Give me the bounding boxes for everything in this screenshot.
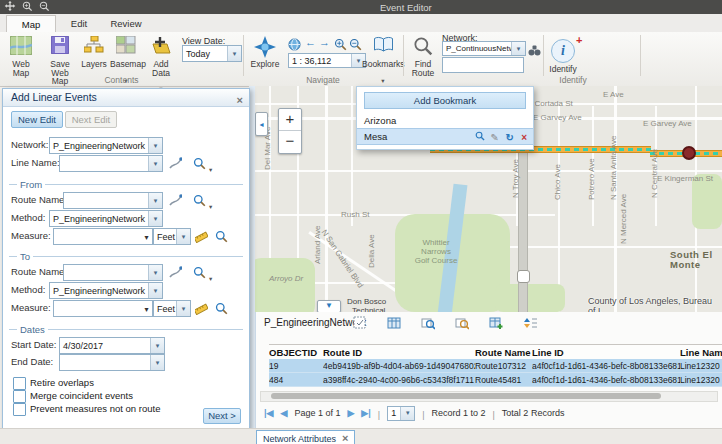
page-select[interactable]: 1 — [387, 406, 415, 421]
table-row[interactable]: 484 a398ff4c-2940-4c00-96b6-c5343f8f1711… — [269, 373, 722, 387]
dropdown-arrow-icon[interactable] — [148, 156, 162, 171]
zoom-to-measure-icon[interactable] — [215, 229, 228, 247]
dropdown-arrow-icon[interactable] — [148, 138, 162, 153]
from-route-name-select[interactable] — [63, 192, 163, 209]
add-identify-icon[interactable]: + — [576, 34, 582, 46]
line-name-select[interactable] — [59, 155, 163, 172]
to-measure-combo[interactable] — [53, 300, 153, 317]
zoom-to-route-icon[interactable] — [193, 265, 206, 283]
column-header[interactable]: Line Name — [680, 347, 722, 358]
dropdown-arrow-icon[interactable] — [176, 301, 190, 316]
next-page-icon[interactable]: ▶ — [347, 408, 354, 418]
attribute-table-icon[interactable] — [387, 316, 401, 334]
dropdown-arrow-icon[interactable] — [148, 265, 162, 280]
view-date-select[interactable]: Today — [182, 45, 242, 62]
measure-on-map-icon[interactable] — [195, 301, 208, 319]
poi-label: Golf Course — [405, 256, 467, 265]
zoom-to-selection-icon[interactable] — [421, 316, 435, 334]
to-method-select[interactable]: P_EngineeringNetwork — [49, 282, 163, 299]
collapse-table-button[interactable]: ▼ — [317, 300, 341, 312]
from-measure-unit-select[interactable]: Feet — [153, 228, 191, 245]
add-bookmark-button[interactable]: Add Bookmark — [364, 92, 526, 109]
new-edit-button[interactable]: New Edit — [11, 111, 63, 128]
next-edit-button[interactable]: Next Edit — [65, 111, 117, 128]
dropdown-arrow-icon[interactable] — [148, 193, 162, 208]
delete-bookmark-icon[interactable]: × — [521, 130, 527, 145]
dropdown-arrow-icon[interactable] — [176, 229, 190, 244]
bookmark-item-mesa[interactable]: Mesa ✎ ↻ × — [357, 128, 533, 145]
pick-line-on-map-icon[interactable] — [169, 156, 182, 174]
layers-button[interactable]: Layers — [80, 36, 108, 69]
pick-route-on-map-icon[interactable] — [169, 193, 182, 211]
chevron-down-icon[interactable] — [209, 267, 212, 285]
prevent-measures-checkbox[interactable] — [13, 403, 26, 416]
dropdown-arrow-icon[interactable] — [150, 338, 164, 353]
last-page-icon[interactable]: ▶| — [361, 408, 370, 418]
dropdown-arrow-icon[interactable] — [141, 232, 152, 242]
explore-button[interactable]: Explore — [247, 36, 283, 69]
network-attributes-tab[interactable]: Network Attributes — [256, 430, 355, 444]
previous-page-icon[interactable]: ◀ — [280, 408, 287, 418]
find-route-network-select[interactable]: P_ContinuousNetwork — [442, 41, 526, 56]
map-zoom-in-button[interactable]: + — [279, 109, 301, 131]
from-measure-combo[interactable] — [53, 228, 153, 245]
dropdown-arrow-icon[interactable] — [227, 46, 241, 61]
from-method-select[interactable]: P_EngineeringNetwork — [49, 210, 163, 227]
table-row[interactable]: 19 4eb9419b-af9b-4d04-ab69-1d490476802b … — [269, 359, 722, 373]
next-button[interactable]: Next > — [203, 408, 241, 424]
column-header[interactable]: Route ID — [323, 347, 475, 358]
collapse-panel-left-button[interactable]: ◂ — [255, 112, 268, 136]
column-header[interactable]: Line ID — [532, 347, 680, 358]
binoculars-icon[interactable] — [528, 42, 541, 60]
end-date-select[interactable] — [59, 354, 165, 371]
table-layer-tab[interactable]: P_EngineeringNetwork — [264, 317, 366, 328]
tab-review[interactable]: Review — [102, 15, 150, 32]
start-date-select[interactable]: 4/30/2017 — [59, 337, 165, 354]
zoom-to-measure-icon[interactable] — [215, 301, 228, 319]
network-select[interactable]: P_EngineeringNetwork — [49, 137, 163, 154]
find-route-button[interactable]: Find Route — [407, 36, 439, 77]
chevron-down-icon[interactable] — [209, 158, 212, 176]
to-route-name-select[interactable] — [63, 264, 163, 281]
pick-route-on-map-icon[interactable] — [169, 265, 182, 283]
merge-coincident-checkbox[interactable] — [13, 390, 26, 403]
find-route-value-input[interactable] — [442, 57, 524, 73]
column-header[interactable]: Route Name — [475, 347, 532, 358]
to-measure-unit-select[interactable]: Feet — [153, 300, 191, 317]
next-extent-icon[interactable]: → — [319, 36, 330, 49]
tab-edit[interactable]: Edit — [58, 15, 100, 32]
pan-to-selection-icon[interactable] — [455, 316, 469, 334]
measure-on-map-icon[interactable] — [195, 229, 208, 247]
route-point-marker[interactable] — [682, 146, 696, 160]
close-tab-icon[interactable] — [342, 431, 348, 444]
add-to-attribute-set-icon[interactable] — [489, 316, 503, 334]
dropdown-arrow-icon[interactable] — [511, 42, 525, 55]
add-data-button[interactable]: Add Data — [144, 36, 178, 95]
edit-bookmark-icon[interactable]: ✎ — [491, 130, 499, 145]
scrollbar-thumb[interactable] — [271, 393, 661, 399]
web-map-button[interactable]: Web Map — [3, 36, 39, 77]
dropdown-arrow-icon[interactable] — [400, 407, 414, 420]
sort-records-icon[interactable] — [523, 316, 537, 334]
zoom-to-line-icon[interactable] — [193, 156, 206, 174]
zoom-to-bookmark-icon[interactable] — [475, 130, 485, 145]
map-zoom-out-button[interactable]: − — [279, 131, 301, 152]
retire-overlaps-checkbox[interactable] — [13, 377, 26, 390]
identify-button[interactable]: i — [551, 39, 575, 63]
dropdown-arrow-icon[interactable] — [148, 283, 162, 298]
refresh-bookmark-icon[interactable]: ↻ — [506, 130, 514, 145]
column-header[interactable]: OBJECTID — [269, 347, 323, 358]
dropdown-arrow-icon[interactable] — [150, 355, 164, 370]
highway-shield — [517, 270, 530, 283]
dropdown-arrow-icon[interactable] — [148, 211, 162, 226]
close-panel-icon[interactable] — [237, 90, 243, 108]
zoom-to-route-icon[interactable] — [193, 193, 206, 211]
dropdown-arrow-icon[interactable] — [141, 304, 152, 314]
bookmark-item-arizona[interactable]: Arizona — [357, 113, 533, 128]
first-page-icon[interactable]: |◀ — [264, 408, 273, 418]
previous-extent-icon[interactable]: ← — [305, 36, 316, 49]
map-scale-select[interactable]: 1 : 36,112 — [288, 53, 366, 68]
chevron-down-icon[interactable] — [209, 195, 212, 213]
selection-options-icon[interactable] — [353, 316, 367, 334]
horizontal-scrollbar[interactable] — [260, 391, 718, 402]
